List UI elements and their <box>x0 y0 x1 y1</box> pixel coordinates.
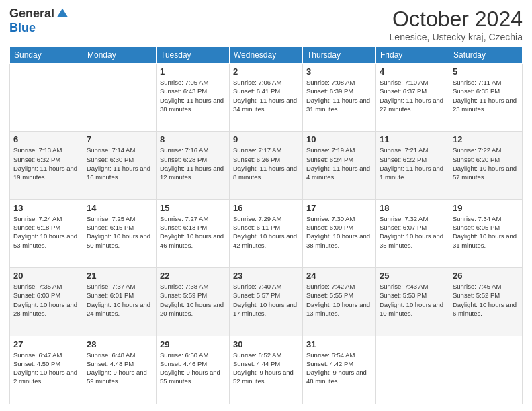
day-num-20: 20 <box>13 271 79 281</box>
cell-text-2-5: Sunrise: 7:32 AMSunset: 6:07 PMDaylight:… <box>380 214 445 250</box>
cell-text-3-2: Sunrise: 7:38 AMSunset: 5:59 PMDaylight:… <box>160 282 226 318</box>
cell-3-6: 26Sunrise: 7:45 AMSunset: 5:52 PMDayligh… <box>449 268 523 336</box>
location: Lenesice, Ustecky kraj, Czechia <box>390 32 523 42</box>
calendar-table: Sunday Monday Tuesday Wednesday Thursday… <box>9 46 523 404</box>
day-num-13: 13 <box>13 203 79 213</box>
cell-0-5: 4Sunrise: 7:10 AMSunset: 6:37 PMDaylight… <box>376 64 449 132</box>
cell-text-2-6: Sunrise: 7:34 AMSunset: 6:05 PMDaylight:… <box>453 214 519 250</box>
header-monday: Monday <box>83 47 157 64</box>
cell-text-3-4: Sunrise: 7:42 AMSunset: 5:55 PMDaylight:… <box>306 282 372 318</box>
cell-text-3-1: Sunrise: 7:37 AMSunset: 6:01 PMDaylight:… <box>87 282 152 318</box>
day-num-12: 12 <box>453 134 519 144</box>
logo-icon <box>56 7 69 21</box>
day-num-30: 30 <box>233 339 299 349</box>
cell-text-2-0: Sunrise: 7:24 AMSunset: 6:18 PMDaylight:… <box>13 214 79 250</box>
week-row-1: 6Sunrise: 7:13 AMSunset: 6:32 PMDaylight… <box>10 132 523 199</box>
cell-text-1-1: Sunrise: 7:14 AMSunset: 6:30 PMDaylight:… <box>87 146 152 181</box>
cell-text-1-3: Sunrise: 7:17 AMSunset: 6:26 PMDaylight:… <box>233 146 299 181</box>
cell-text-0-3: Sunrise: 7:06 AMSunset: 6:41 PMDaylight:… <box>233 78 299 113</box>
cell-4-3: 30Sunrise: 6:52 AMSunset: 4:44 PMDayligh… <box>230 336 303 404</box>
cell-text-2-2: Sunrise: 7:27 AMSunset: 6:13 PMDaylight:… <box>160 214 226 250</box>
header: General Blue October 2024 Lenesice, Uste… <box>9 7 523 42</box>
cell-1-5: 11Sunrise: 7:21 AMSunset: 6:22 PMDayligh… <box>376 132 449 199</box>
cell-1-4: 10Sunrise: 7:19 AMSunset: 6:24 PMDayligh… <box>303 132 376 199</box>
header-saturday: Saturday <box>449 47 523 64</box>
cell-text-0-6: Sunrise: 7:11 AMSunset: 6:35 PMDaylight:… <box>453 78 519 113</box>
logo-general-text: General <box>9 7 54 21</box>
cell-3-3: 23Sunrise: 7:40 AMSunset: 5:57 PMDayligh… <box>230 268 303 336</box>
day-num-18: 18 <box>380 203 445 213</box>
cell-2-4: 17Sunrise: 7:30 AMSunset: 6:09 PMDayligh… <box>303 199 376 267</box>
logo: General Blue <box>9 7 69 35</box>
cell-4-4: 31Sunrise: 6:54 AMSunset: 4:42 PMDayligh… <box>303 336 376 404</box>
day-num-28: 28 <box>87 339 152 349</box>
day-num-5: 5 <box>453 66 519 77</box>
cell-2-5: 18Sunrise: 7:32 AMSunset: 6:07 PMDayligh… <box>376 199 449 267</box>
day-num-21: 21 <box>87 271 152 281</box>
title-section: October 2024 Lenesice, Ustecky kraj, Cze… <box>390 7 523 42</box>
day-num-15: 15 <box>160 203 226 213</box>
day-num-6: 6 <box>13 134 79 144</box>
day-num-26: 26 <box>453 271 519 281</box>
day-num-7: 7 <box>87 134 152 144</box>
day-num-2: 2 <box>233 66 299 77</box>
header-sunday: Sunday <box>10 47 83 64</box>
cell-2-6: 19Sunrise: 7:34 AMSunset: 6:05 PMDayligh… <box>449 199 523 267</box>
cell-2-3: 16Sunrise: 7:29 AMSunset: 6:11 PMDayligh… <box>230 199 303 267</box>
cell-text-0-5: Sunrise: 7:10 AMSunset: 6:37 PMDaylight:… <box>380 78 445 113</box>
week-row-3: 20Sunrise: 7:35 AMSunset: 6:03 PMDayligh… <box>10 268 523 336</box>
day-num-17: 17 <box>306 203 372 213</box>
week-row-0: 1Sunrise: 7:05 AMSunset: 6:43 PMDaylight… <box>10 64 523 132</box>
day-num-27: 27 <box>13 339 79 349</box>
cell-3-1: 21Sunrise: 7:37 AMSunset: 6:01 PMDayligh… <box>83 268 157 336</box>
day-num-1: 1 <box>160 66 226 77</box>
cell-3-2: 22Sunrise: 7:38 AMSunset: 5:59 PMDayligh… <box>157 268 230 336</box>
cell-text-3-6: Sunrise: 7:45 AMSunset: 5:52 PMDaylight:… <box>453 282 519 318</box>
cell-4-0: 27Sunrise: 6:47 AMSunset: 4:50 PMDayligh… <box>10 336 83 404</box>
cell-text-1-6: Sunrise: 7:22 AMSunset: 6:20 PMDaylight:… <box>453 146 519 181</box>
cell-1-0: 6Sunrise: 7:13 AMSunset: 6:32 PMDaylight… <box>10 132 83 199</box>
logo-blue-text: Blue <box>9 21 36 35</box>
cell-3-4: 24Sunrise: 7:42 AMSunset: 5:55 PMDayligh… <box>303 268 376 336</box>
cell-2-1: 14Sunrise: 7:25 AMSunset: 6:15 PMDayligh… <box>83 199 157 267</box>
cell-0-0 <box>10 64 83 132</box>
day-num-31: 31 <box>306 339 372 349</box>
day-num-8: 8 <box>160 134 226 144</box>
cell-text-4-4: Sunrise: 6:54 AMSunset: 4:42 PMDaylight:… <box>306 351 372 386</box>
cell-4-2: 29Sunrise: 6:50 AMSunset: 4:46 PMDayligh… <box>157 336 230 404</box>
cell-text-0-4: Sunrise: 7:08 AMSunset: 6:39 PMDaylight:… <box>306 78 372 113</box>
day-num-23: 23 <box>233 271 299 281</box>
cell-0-1 <box>83 64 157 132</box>
day-num-25: 25 <box>380 271 445 281</box>
cell-text-4-2: Sunrise: 6:50 AMSunset: 4:46 PMDaylight:… <box>160 351 226 386</box>
day-num-9: 9 <box>233 134 299 144</box>
weekday-header-row: Sunday Monday Tuesday Wednesday Thursday… <box>10 47 523 64</box>
cell-2-2: 15Sunrise: 7:27 AMSunset: 6:13 PMDayligh… <box>157 199 230 267</box>
header-wednesday: Wednesday <box>230 47 303 64</box>
cell-2-0: 13Sunrise: 7:24 AMSunset: 6:18 PMDayligh… <box>10 199 83 267</box>
day-num-29: 29 <box>160 339 226 349</box>
cell-3-5: 25Sunrise: 7:43 AMSunset: 5:53 PMDayligh… <box>376 268 449 336</box>
header-thursday: Thursday <box>303 47 376 64</box>
cell-text-3-3: Sunrise: 7:40 AMSunset: 5:57 PMDaylight:… <box>233 282 299 318</box>
cell-4-5 <box>376 336 449 404</box>
cell-text-3-0: Sunrise: 7:35 AMSunset: 6:03 PMDaylight:… <box>13 282 79 318</box>
cell-text-2-1: Sunrise: 7:25 AMSunset: 6:15 PMDaylight:… <box>87 214 152 250</box>
page: General Blue October 2024 Lenesice, Uste… <box>0 0 532 411</box>
cell-0-2: 1Sunrise: 7:05 AMSunset: 6:43 PMDaylight… <box>157 64 230 132</box>
header-friday: Friday <box>376 47 449 64</box>
day-num-11: 11 <box>380 134 445 144</box>
cell-0-6: 5Sunrise: 7:11 AMSunset: 6:35 PMDaylight… <box>449 64 523 132</box>
cell-3-0: 20Sunrise: 7:35 AMSunset: 6:03 PMDayligh… <box>10 268 83 336</box>
cell-text-2-4: Sunrise: 7:30 AMSunset: 6:09 PMDaylight:… <box>306 214 372 250</box>
cell-text-1-4: Sunrise: 7:19 AMSunset: 6:24 PMDaylight:… <box>306 146 372 181</box>
week-row-4: 27Sunrise: 6:47 AMSunset: 4:50 PMDayligh… <box>10 336 523 404</box>
day-num-3: 3 <box>306 66 372 77</box>
day-num-16: 16 <box>233 203 299 213</box>
month-title: October 2024 <box>390 7 523 32</box>
cell-1-2: 8Sunrise: 7:16 AMSunset: 6:28 PMDaylight… <box>157 132 230 199</box>
cell-1-3: 9Sunrise: 7:17 AMSunset: 6:26 PMDaylight… <box>230 132 303 199</box>
week-row-2: 13Sunrise: 7:24 AMSunset: 6:18 PMDayligh… <box>10 199 523 267</box>
day-num-24: 24 <box>306 271 372 281</box>
cell-4-6 <box>449 336 523 404</box>
